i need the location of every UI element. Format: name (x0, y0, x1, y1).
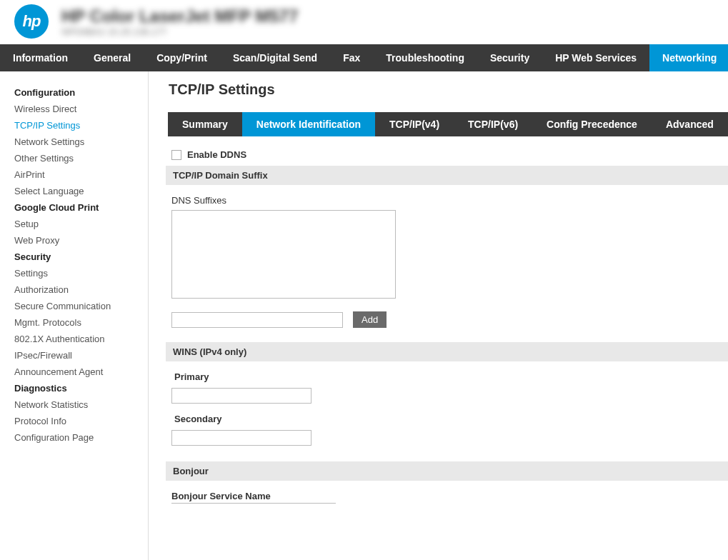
sub-tab[interactable]: TCP/IP(v4) (375, 112, 454, 136)
enable-ddns-label: Enable DDNS (187, 149, 246, 160)
sidebar: ConfigurationWireless DirectTCP/IP Setti… (0, 71, 149, 560)
main-nav-item[interactable]: Troubleshooting (373, 44, 477, 71)
main-nav-item[interactable]: Information (0, 44, 81, 71)
sidebar-item[interactable]: Configuration Page (14, 429, 141, 446)
dns-suffixes-listbox[interactable] (171, 210, 396, 299)
hp-logo-icon: hp (14, 4, 49, 39)
enable-ddns-row: Enable DDNS (169, 144, 728, 166)
sidebar-item[interactable]: Mgmt. Protocols (14, 314, 141, 331)
header: hp HP Color LaserJet MFP M577 NPI34BA2 1… (0, 0, 728, 44)
content: TCP/IP Settings SummaryNetwork Identific… (149, 71, 728, 560)
dns-suffix-input[interactable] (171, 312, 343, 328)
sidebar-item[interactable]: Authorization (14, 281, 141, 298)
main-nav-item[interactable]: Networking (649, 44, 728, 71)
enable-ddns-checkbox[interactable] (171, 150, 181, 160)
header-titles: HP Color LaserJet MFP M577 NPI34BA2 15.2… (61, 6, 298, 37)
sidebar-item[interactable]: Other Settings (14, 150, 141, 166)
main-nav-item[interactable]: Copy/Print (144, 44, 220, 71)
main-nav-item[interactable]: General (81, 44, 144, 71)
main-nav: InformationGeneralCopy/PrintScan/Digital… (0, 44, 728, 71)
sub-tab[interactable]: Network Identification (242, 112, 375, 136)
sub-tab[interactable]: Config Precedence (532, 112, 652, 136)
device-subtitle: NPI34BA2 15.25.136.177 (61, 26, 298, 37)
sidebar-item[interactable]: 802.1X Authentication (14, 331, 141, 347)
wins-primary-input[interactable] (171, 388, 311, 404)
sidebar-item[interactable]: Select Language (14, 183, 141, 199)
sidebar-item[interactable]: Setup (14, 216, 141, 232)
domain-suffix-header: TCP/IP Domain Suffix (166, 166, 728, 185)
sidebar-heading: Diagnostics (14, 380, 141, 396)
sub-tab[interactable]: TCP/IP(v6) (454, 112, 532, 136)
hp-logo-text: hp (23, 12, 41, 31)
sidebar-heading: Security (14, 249, 141, 265)
sidebar-item[interactable]: Announcement Agent (14, 364, 141, 380)
sidebar-heading: Google Cloud Print (14, 199, 141, 216)
bonjour-divider (171, 503, 336, 504)
device-title: HP Color LaserJet MFP M577 (61, 6, 298, 26)
wins-primary-label: Primary (174, 371, 728, 382)
sidebar-item[interactable]: IPsec/Firewall (14, 347, 141, 364)
sidebar-item[interactable]: Network Settings (14, 134, 141, 150)
page-title: TCP/IP Settings (169, 81, 728, 98)
sidebar-item[interactable]: TCP/IP Settings (14, 117, 141, 134)
wins-secondary-label: Secondary (174, 414, 728, 424)
main-nav-item[interactable]: Scan/Digital Send (220, 44, 330, 71)
bonjour-header: Bonjour (166, 461, 728, 481)
wins-header: WINS (IPv4 only) (166, 342, 728, 361)
sub-tab[interactable]: Advanced (652, 112, 728, 136)
bonjour-service-name-label: Bonjour Service Name (171, 491, 728, 501)
sub-tab[interactable]: Summary (168, 112, 242, 136)
add-button[interactable]: Add (353, 311, 387, 328)
sidebar-item[interactable]: Network Statistics (14, 396, 141, 413)
wins-secondary-input[interactable] (171, 430, 311, 446)
sidebar-item[interactable]: AirPrint (14, 166, 141, 183)
sidebar-item[interactable]: Settings (14, 265, 141, 281)
sidebar-item[interactable]: Protocol Info (14, 413, 141, 429)
dns-suffixes-label: DNS Suffixes (171, 195, 728, 206)
sidebar-item[interactable]: Web Proxy (14, 232, 141, 249)
sidebar-item[interactable]: Secure Communication (14, 298, 141, 314)
main-nav-item[interactable]: Security (477, 44, 542, 71)
sub-tabs: SummaryNetwork IdentificationTCP/IP(v4)T… (168, 112, 728, 136)
main-nav-item[interactable]: Fax (330, 44, 373, 71)
sidebar-item[interactable]: Wireless Direct (14, 101, 141, 117)
main-nav-item[interactable]: HP Web Services (542, 44, 649, 71)
sidebar-heading: Configuration (14, 84, 141, 101)
